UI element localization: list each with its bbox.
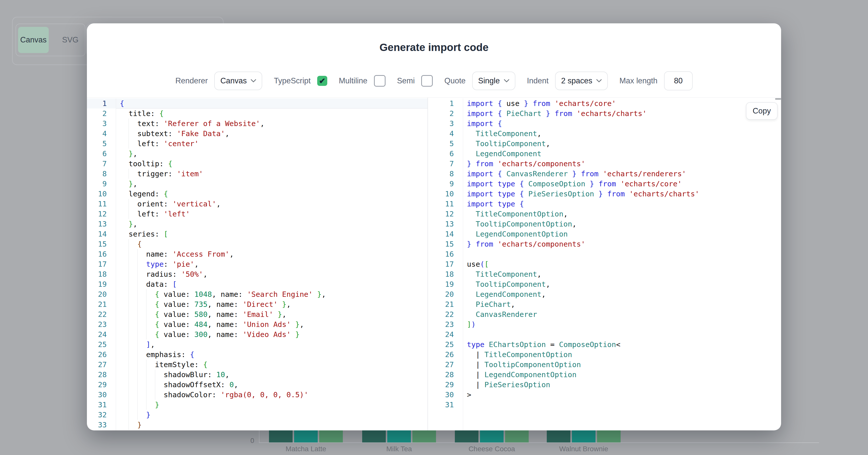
line-number: 18: [87, 269, 116, 279]
chevron-down-icon: [504, 79, 509, 83]
toggle-option-canvas[interactable]: Canvas: [18, 27, 49, 53]
check-icon: ✔: [319, 77, 326, 85]
line-number: 30: [428, 390, 463, 400]
line-number-gutter: 1234567891011121314151617181920212223242…: [428, 98, 463, 430]
code-line: import type {: [463, 199, 781, 209]
modal-toolbar: Renderer Canvas TypeScript ✔ Multiline S…: [87, 72, 781, 90]
line-number: 16: [428, 249, 463, 259]
maxlength-input[interactable]: [664, 71, 693, 90]
line-number: 31: [87, 400, 116, 410]
line-number: 28: [87, 370, 116, 380]
code-line: [463, 249, 781, 259]
option-code-editor[interactable]: 1234567891011121314151617181920212223242…: [87, 98, 428, 430]
line-number: 18: [428, 269, 463, 279]
code-line: series: [: [116, 229, 428, 239]
code-line: [463, 329, 781, 339]
typescript-checkbox[interactable]: ✔: [317, 76, 327, 86]
semi-label: Semi: [397, 76, 415, 85]
code-line: left: 'center': [116, 139, 428, 149]
category-label: Milk Tea: [352, 445, 445, 453]
code-line: import { PieChart } from 'echarts/charts…: [463, 108, 781, 119]
code-line: TooltipComponent,: [463, 139, 781, 149]
code-line: LegendComponentOption: [463, 229, 781, 239]
line-number: 22: [87, 310, 116, 319]
code-line: import type { PieSeriesOption } from 'ec…: [463, 189, 781, 199]
line-number: 1: [87, 98, 116, 108]
copy-button[interactable]: Copy: [746, 102, 778, 120]
indent-guide: [146, 400, 147, 410]
code-line: }: [116, 410, 428, 420]
line-number: 5: [87, 139, 116, 149]
code-line: text: 'Referer of a Website',: [116, 119, 428, 129]
code-line: { value: 735, name: 'Direct' },: [116, 299, 428, 310]
typescript-label: TypeScript: [274, 76, 310, 85]
code-line: import type { ComposeOption } from 'echa…: [463, 179, 781, 189]
indent-guide: [146, 360, 147, 370]
line-number: 13: [428, 219, 463, 229]
line-number: 9: [428, 179, 463, 189]
line-number: 6: [87, 149, 116, 159]
quote-select[interactable]: Single: [472, 71, 516, 90]
line-number: 12: [428, 209, 463, 219]
line-number: 2: [87, 108, 116, 119]
code-line: { value: 300, name: 'Video Ads' }: [116, 329, 428, 339]
toggle-option-svg[interactable]: SVG: [58, 27, 83, 53]
line-number: 21: [428, 299, 463, 310]
code-line: use([: [463, 259, 781, 269]
line-number: 29: [428, 380, 463, 390]
indent-guide: [146, 319, 147, 329]
code-line: name: 'Access From',: [116, 249, 428, 259]
code-line: },: [116, 149, 428, 159]
indent-guide: [146, 299, 147, 310]
multiline-checkbox[interactable]: [374, 75, 385, 87]
semi-checkbox[interactable]: [421, 75, 433, 87]
renderer-select[interactable]: Canvas: [214, 71, 262, 90]
line-number: 10: [87, 189, 116, 199]
code-line: TitleComponent,: [463, 269, 781, 279]
line-number: 24: [428, 329, 463, 339]
line-number: 12: [87, 209, 116, 219]
code-area: 1234567891011121314151617181920212223242…: [87, 97, 781, 430]
indent-guide: [146, 329, 147, 339]
generate-import-code-modal: Generate import code Renderer Canvas Typ…: [87, 23, 781, 430]
line-number: 10: [428, 189, 463, 199]
code-line: type EChartsOption = ComposeOption<: [463, 339, 781, 350]
line-number: 6: [428, 149, 463, 159]
maxlength-label: Max length: [619, 76, 657, 85]
line-number: 1: [428, 98, 463, 108]
code-line: trigger: 'item': [116, 169, 428, 179]
indent-guide: [155, 380, 155, 390]
code-line: }: [116, 420, 428, 430]
code-line: } from 'echarts/components': [463, 159, 781, 169]
indent-guide: [146, 370, 147, 380]
code-line: ]): [463, 319, 781, 329]
line-number: 32: [87, 410, 116, 420]
line-number: 26: [87, 350, 116, 360]
code-line: data: [: [116, 279, 428, 289]
line-number: 17: [87, 259, 116, 269]
quote-select-value: Single: [478, 76, 500, 85]
indent-guide: [146, 390, 147, 400]
code-line: | PieSeriesOption: [463, 380, 781, 390]
code-line: },: [116, 219, 428, 229]
chart-x-axis-line: [259, 443, 819, 443]
line-number-gutter: 1234567891011121314151617181920212223242…: [87, 98, 116, 430]
line-number: 20: [87, 289, 116, 299]
import-code-editor[interactable]: 1234567891011121314151617181920212223242…: [428, 98, 781, 430]
line-number: 14: [87, 229, 116, 239]
code-line: title: {: [116, 108, 428, 119]
modal-scrollbar-thumb[interactable]: [775, 98, 781, 100]
quote-label: Quote: [444, 76, 465, 85]
line-number: 15: [87, 239, 116, 249]
indent-guide: [155, 370, 155, 380]
indent-guide: [155, 390, 155, 400]
code-line: import { CanvasRenderer } from 'echarts/…: [463, 169, 781, 179]
line-number: 27: [428, 360, 463, 370]
indent-guide: [146, 310, 147, 319]
line-number: 28: [428, 370, 463, 380]
code-line: }: [116, 400, 428, 410]
line-number: 19: [428, 279, 463, 289]
line-number: 24: [87, 329, 116, 339]
indent-select[interactable]: 2 spaces: [555, 71, 608, 90]
renderer-label: Renderer: [175, 76, 208, 85]
